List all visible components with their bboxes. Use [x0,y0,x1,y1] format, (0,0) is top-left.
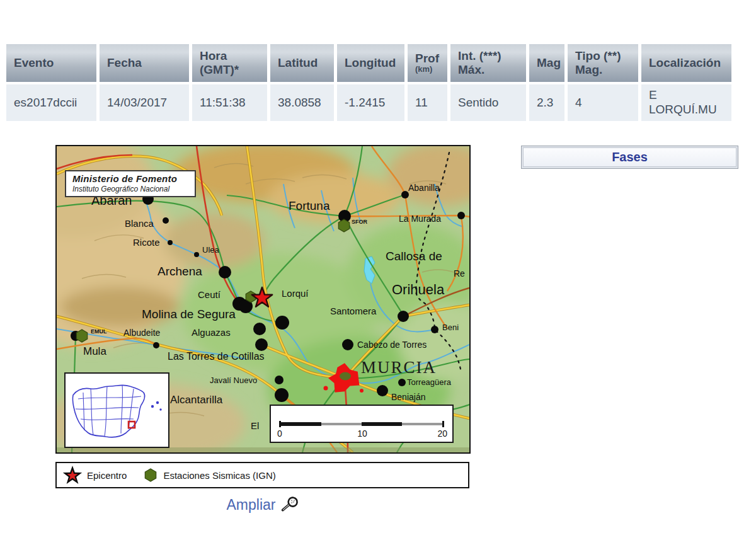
city-label: Javalí Nuevo [210,376,257,385]
cell-prof: 11 [408,84,447,121]
city-dot [398,311,409,322]
header-row: Evento Fecha Hora(GMT)* Latitud Longitud… [6,44,731,82]
col-header-hora: Hora(GMT)* [192,44,267,82]
city-dot [398,379,406,386]
city-dot [153,342,159,348]
cell-longitud: -1.2415 [337,84,404,121]
scale-bar: 0 10 20 [270,405,454,443]
cell-latitud: 38.0858 [270,84,334,121]
scale-bar-segments [279,421,444,427]
city-label: Orihuela [392,282,445,297]
city-label: Torreagüera [407,377,452,387]
ampliar-container: Ampliar [55,495,471,514]
city-label: Albudeite [123,328,161,338]
city-dot [163,217,169,224]
event-row: es2017dccii 14/03/2017 11:51:38 38.0858 … [6,84,731,121]
city-label: Callosa de [386,250,442,263]
city-label: Re [454,268,465,279]
cell-fecha: 14/03/2017 [100,84,189,121]
application: { "header_table": { "columns": [ {"l1": … [0,0,756,540]
city-dot [253,323,266,335]
city-dot [194,252,199,257]
city-label: Ulea [202,245,220,255]
city-label: MURCIA [361,358,437,377]
city-dot [457,212,465,219]
col-header-fecha: Fecha [100,44,189,82]
col-header-longitud: Longitud [337,44,404,82]
cell-hora: 11:51:38 [192,84,267,121]
col-header-prof: Prof(km) [408,44,447,82]
magnifier-icon [280,494,301,515]
col-header-tipo-mag: Tipo (**)Mag. [568,44,638,82]
city-dot [431,326,438,333]
epicenter-legend-icon [60,463,84,487]
city-label: Blanca [125,218,154,229]
city-label: Las Torres de Cotillas [168,351,265,362]
city-label: Molina de Segura [142,307,236,321]
city-label: Archena [158,265,202,278]
col-header-evento: Evento [6,44,96,82]
city-label: Cabezo de Torres [357,340,427,350]
cell-mag: 2.3 [529,84,564,121]
attribution-box: Ministerio de Fomento Instituto Geográfi… [65,170,196,197]
city-dot [275,316,289,330]
city-dot [377,385,388,396]
ampliar-link[interactable]: Ampliar [227,495,300,514]
map-legend: Epicentro Estaciones Sismicas (IGN) [55,462,469,488]
station-hexagon [76,330,87,342]
col-header-intensidad: Int. (***)Máx. [450,44,526,82]
cell-evento: es2017dccii [6,84,96,121]
city-label: El [251,420,259,431]
city-dot [275,388,289,402]
ampliar-label: Ampliar [227,497,276,514]
city-label: Beni [442,323,459,332]
city-label: Ceutí [198,289,221,300]
city-label: Mula [83,345,106,357]
legend-estaciones-label: Estaciones Sismicas (IGN) [163,470,275,481]
city-label: Alguazas [192,327,231,338]
city-label: Lorquí [282,288,309,299]
fases-button[interactable]: Fases [521,146,738,169]
col-header-mag: Mag [529,44,564,82]
city-dot [255,338,268,351]
attribution-line2: Instituto Geográfico Nacional [72,185,190,193]
col-header-localizacion: Localización [641,44,731,82]
station-code-label: SFOR [352,219,368,225]
city-label: Santomera [330,306,377,316]
cell-intensidad: Sentido [450,84,526,121]
cell-localizacion: E LORQUÍ.MU [641,84,731,121]
col-header-latitud: Latitud [270,44,334,82]
spain-inset-map [64,372,169,448]
city-dot [168,240,173,245]
fases-button-label: Fases [523,147,736,167]
city-label: Abanilla [408,183,440,193]
station-code-label: EMUL [91,328,107,335]
city-label: Alcantarilla [170,394,223,406]
scale-bar-labels: 0 10 20 [275,428,449,439]
station-hexagon [338,219,349,232]
legend-epicentro-label: Epicentro [87,470,127,481]
city-dot [275,376,284,384]
attribution-line1: Ministerio de Fomento [72,173,190,184]
city-dot [342,339,353,350]
city-label: Fortuna [289,199,330,212]
station-legend-icon [143,468,158,483]
city-label: Ricote [133,237,160,248]
city-dot [219,266,231,279]
city-label: Beniaján [391,392,426,402]
city-label: La Murada [399,214,441,224]
cell-tipo-mag: 4 [568,84,638,121]
event-table: Evento Fecha Hora(GMT)* Latitud Longitud… [3,42,735,124]
epicenter-map-image: SFOREMUL AbaránBlancaRicoteUleaArchenaCe… [55,145,471,454]
